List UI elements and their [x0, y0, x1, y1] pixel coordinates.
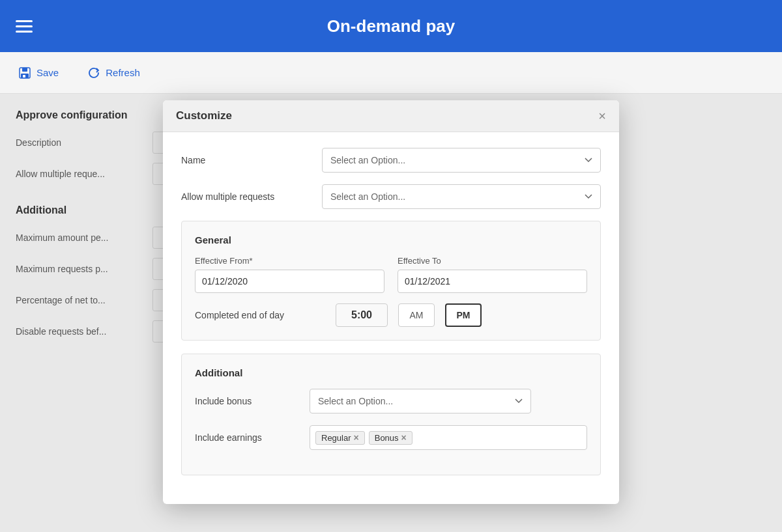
- effective-to-input[interactable]: [398, 270, 587, 293]
- save-icon: [18, 66, 31, 79]
- modal-close-button[interactable]: ×: [598, 109, 606, 122]
- modal-title: Customize: [176, 109, 232, 122]
- tag-bonus-label: Bonus: [375, 433, 399, 443]
- svg-rect-1: [22, 68, 27, 72]
- modal-header: Customize ×: [163, 100, 619, 132]
- additional-section-title: Additional: [195, 367, 587, 378]
- allow-multiple-select[interactable]: Select an Option...: [322, 184, 601, 209]
- include-earnings-label: Include earnings: [195, 432, 299, 443]
- toolbar: Save Refresh: [0, 52, 782, 94]
- effective-from-input[interactable]: [195, 270, 384, 293]
- include-earnings-row: Include earnings Regular × Bonus ×: [195, 425, 587, 450]
- main-content: Approve configuration Description Allow …: [0, 94, 782, 532]
- allow-multiple-label: Allow multiple requests: [181, 191, 311, 202]
- menu-button[interactable]: [16, 20, 33, 33]
- effective-from-group: Effective From*: [195, 256, 384, 293]
- page-title: On-demand pay: [327, 16, 455, 36]
- pm-button[interactable]: PM: [445, 303, 482, 327]
- tag-bonus: Bonus ×: [369, 431, 413, 445]
- save-button[interactable]: Save: [13, 64, 64, 82]
- save-label: Save: [36, 67, 59, 78]
- eod-time-display: 5:00: [336, 303, 388, 327]
- effective-to-group: Effective To: [398, 256, 587, 293]
- refresh-button[interactable]: Refresh: [82, 64, 145, 82]
- name-label: Name: [181, 155, 311, 165]
- general-section-title: General: [195, 234, 587, 245]
- customize-modal: Customize × Name Select an Option... All…: [163, 100, 619, 504]
- svg-rect-3: [23, 75, 25, 77]
- include-bonus-label: Include bonus: [195, 396, 299, 406]
- tag-regular-label: Regular: [321, 433, 351, 443]
- modal-body: Name Select an Option... Allow multiple …: [163, 132, 619, 504]
- tag-bonus-remove[interactable]: ×: [401, 433, 407, 442]
- refresh-icon: [87, 66, 100, 79]
- earnings-tags-container[interactable]: Regular × Bonus ×: [310, 425, 587, 450]
- am-button[interactable]: AM: [398, 303, 435, 327]
- eod-label: Completed end of day: [195, 310, 325, 320]
- name-row: Name Select an Option...: [181, 148, 601, 173]
- tag-regular: Regular ×: [315, 431, 365, 445]
- refresh-label: Refresh: [106, 67, 140, 78]
- eod-row: Completed end of day 5:00 AM PM: [195, 303, 587, 327]
- effective-to-label: Effective To: [398, 256, 587, 266]
- app-header: On-demand pay: [0, 0, 782, 52]
- additional-section: Additional Include bonus Select an Optio…: [181, 354, 601, 475]
- tag-regular-remove[interactable]: ×: [354, 433, 359, 442]
- effective-from-label: Effective From*: [195, 256, 384, 266]
- include-bonus-select[interactable]: Select an Option...: [310, 389, 531, 413]
- allow-multiple-row: Allow multiple requests Select an Option…: [181, 184, 601, 209]
- modal-overlay: Customize × Name Select an Option... All…: [0, 94, 782, 532]
- dates-row: Effective From* Effective To: [195, 256, 587, 293]
- name-select[interactable]: Select an Option...: [322, 148, 601, 173]
- include-bonus-row: Include bonus Select an Option...: [195, 389, 587, 413]
- general-section: General Effective From* Effective To Com…: [181, 221, 601, 341]
